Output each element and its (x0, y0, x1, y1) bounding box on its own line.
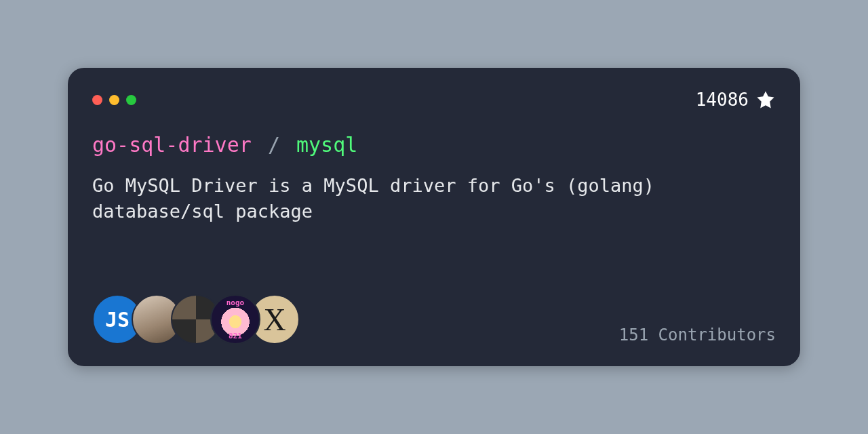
bottom-row: JS X 151 Contributors (92, 294, 776, 344)
zoom-icon[interactable] (126, 95, 136, 105)
repo-title: go-sql-driver / mysql (92, 133, 776, 157)
close-icon[interactable] (92, 95, 102, 105)
repo-name[interactable]: mysql (296, 133, 357, 157)
stars-count[interactable]: 14086 (696, 90, 776, 110)
star-icon (755, 90, 776, 110)
contributor-avatars: JS X (92, 294, 300, 344)
avatar[interactable] (210, 294, 260, 344)
repo-org[interactable]: go-sql-driver (92, 133, 252, 157)
top-row: 14086 (92, 90, 776, 110)
contributors-count[interactable]: 151 Contributors (619, 326, 776, 344)
title-separator: / (268, 133, 280, 157)
stars-value: 14086 (696, 90, 749, 110)
repo-card: 14086 go-sql-driver / mysql Go MySQL Dri… (68, 68, 800, 366)
repo-description: Go MySQL Driver is a MySQL driver for Go… (92, 173, 716, 224)
window-controls (92, 95, 136, 105)
minimize-icon[interactable] (109, 95, 119, 105)
